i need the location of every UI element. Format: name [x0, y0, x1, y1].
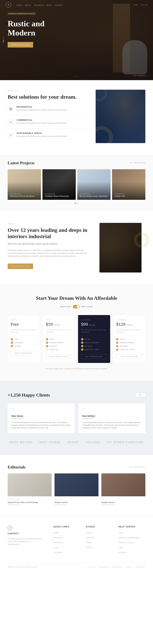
- plan-btn-free[interactable]: GET STARTED NOW: [11, 351, 37, 356]
- testimonials-nav: ‹ ›: [135, 393, 145, 397]
- project-card-4[interactable]: COMMERCIAL Sample Villa: [112, 169, 145, 200]
- all-projects-link[interactable]: ALL PROJECTS: [129, 162, 145, 164]
- footer-studio-link-press[interactable]: PRESS: [86, 542, 92, 544]
- hero-cta-button[interactable]: MORE ABOUT US: [8, 42, 33, 48]
- nav-link-contact[interactable]: CONTACT: [55, 4, 63, 6]
- feature-icon-free-2: ✓: [11, 342, 13, 344]
- nav-links: HOME ABOUT PROJECTS BLOG CONTACT: [17, 3, 63, 6]
- pricing-toggle-switch[interactable]: [73, 305, 80, 308]
- nav-link-blog[interactable]: BLOG: [47, 4, 52, 6]
- nav-login[interactable]: LOG IN: [141, 4, 147, 6]
- project-info-4: COMMERCIAL Sample Villa: [114, 193, 143, 197]
- footer-bottom: NORDIC-STUDIO © 2022 | WEBTTHEMES TWITTE…: [8, 563, 145, 568]
- feature-icon-free-1: ✓: [11, 338, 13, 340]
- testimonials-next-button[interactable]: ›: [141, 393, 145, 397]
- feature-icon-pro-4: ✓: [46, 348, 48, 351]
- feature-text-pro-1: 5 User: [49, 338, 54, 340]
- footer-social-instagram[interactable]: INSTAGRAM: [111, 566, 122, 568]
- plan-desc-advance: Free with 14 days trial. then you can ch…: [81, 329, 107, 333]
- nav-faq[interactable]: FAQ: [134, 4, 138, 6]
- partner-logo-3: CRANIT: [67, 441, 79, 444]
- hero-brand-subtitle: NORDIC INTERIOR STUDIO: [8, 12, 36, 15]
- footer-link-blog[interactable]: BLOG: [54, 547, 59, 548]
- feature-icon-free-3: ✓: [11, 345, 13, 347]
- project-name-4: Sample Villa: [114, 195, 143, 197]
- projects-title: Latest Projects: [8, 160, 35, 166]
- pricing-toggle: Billed Monthly Billed Annually: [8, 305, 145, 308]
- footer-social-facebook[interactable]: FACEBOOK: [98, 566, 108, 568]
- editorial-card-3[interactable]: DESIGN Sample Articles PUBLISHED TODAY: [101, 474, 145, 506]
- plan-feature-pro-2: ✓ Unlimited Dashboard: [46, 342, 72, 344]
- footer-link-projects[interactable]: PROJECTS: [54, 542, 64, 544]
- plan-btn-pro[interactable]: GET STARTED NOW: [46, 354, 72, 359]
- project-card-2[interactable]: RESIDENTIAL Chobham Manor Masterplan: [43, 169, 76, 200]
- testimonial-role-2: Creative Director: [82, 418, 141, 419]
- project-type-2: RESIDENTIAL: [45, 193, 73, 195]
- hero-dot-3[interactable]: [3, 41, 4, 42]
- footer-help-link-privacy[interactable]: PRIVACY POLICY: [119, 542, 134, 544]
- hero-dot-4[interactable]: [3, 42, 4, 44]
- footer-help-column: Help Center FAQ TERMS & CONDITIONS PRIVA…: [119, 526, 145, 556]
- testimonial-quote-icon-2: ": [82, 407, 141, 414]
- editorial-card-1[interactable]: ARCHITECTURE Inspired From China in Web …: [8, 474, 52, 506]
- service-icon-sustainable: ↺: [8, 132, 14, 138]
- footer-help-link-help[interactable]: HELP: [119, 547, 123, 548]
- footer-link-home[interactable]: HOME: [54, 532, 59, 534]
- footer-phone: 0001-0001-001: [8, 543, 48, 546]
- feature-text-advance-3: 50 Projects: [85, 345, 92, 347]
- testimonials-section: +1,250 Happy Clients ‹ › " Bobo Hanley L…: [0, 381, 153, 455]
- plan-feature-ultimate-3: ✓ 100 Projects: [116, 345, 142, 347]
- footer-studio-column: Studio ABOUT CONTACT PRESS RETAIL: [86, 526, 113, 556]
- about-text: Founded by Ibrahim Shommy in 2008, we're…: [8, 249, 90, 258]
- nav-right: FAQ LOG IN: [134, 4, 147, 6]
- plan-feature-ultimate-2: ✓ Unlimited Dashboard: [116, 342, 142, 344]
- hero-heading: Rustic and Modern: [8, 19, 45, 38]
- project-card-3[interactable]: RESIDENTIAL Brossia Heigh Luxury Apartme…: [77, 169, 110, 200]
- footer-help-link-terms[interactable]: TERMS & CONDITIONS: [119, 537, 139, 539]
- editorial-image-3: [101, 474, 145, 496]
- footer-studio-link-contact[interactable]: CONTACT: [86, 537, 95, 539]
- service-name-commercial: COMMERCIAL: [17, 119, 67, 121]
- hero-section: R HOME ABOUT PROJECTS BLOG CONTACT FAQ L…: [0, 0, 153, 80]
- hero-dot-2[interactable]: [3, 39, 4, 40]
- footer-social-tumblr[interactable]: TUMBLR: [125, 566, 132, 568]
- nav-link-home[interactable]: HOME: [17, 4, 22, 6]
- testimonials-prev-button[interactable]: ‹: [135, 393, 140, 397]
- footer-social-pinterest[interactable]: PINTEREST: [135, 566, 145, 568]
- editorial-date-2: PUBLISHED TODAY: [55, 504, 98, 506]
- project-card-1[interactable]: RESIDENTIAL Innovation Private Residence: [8, 169, 41, 200]
- footer-studio-link-retail[interactable]: RETAIL: [86, 547, 93, 548]
- pricing-contact-link[interactable]: Contact us: [64, 368, 72, 370]
- all-articles-link[interactable]: ALL ARTICLES: [130, 466, 145, 468]
- feature-icon-pro-3: ✓: [46, 345, 48, 347]
- nav-link-about[interactable]: ABOUT: [25, 4, 31, 6]
- plan-btn-ultimate[interactable]: GET STARTED NOW: [116, 354, 142, 359]
- footer-social-twitter[interactable]: TWITTER: [87, 566, 96, 568]
- footer-link-services[interactable]: SERVICES: [54, 537, 63, 539]
- feature-text-ultimate-4: Custom CSS + HTML: [119, 348, 134, 350]
- nav-link-projects[interactable]: PROJECTS: [34, 4, 44, 6]
- hero-contact: Contact: hello@studio.co: [132, 75, 147, 76]
- feature-text-pro-2: Unlimited Dashboard: [49, 342, 64, 344]
- about-cta-button[interactable]: MORE ABOUT US: [8, 264, 33, 269]
- feature-icon-advance-4: ✓: [81, 348, 83, 351]
- footer-link-gallery[interactable]: GALLERY: [54, 552, 62, 554]
- project-name-2: Chobham Manor Masterplan: [45, 195, 73, 197]
- nav-logo[interactable]: R: [6, 2, 11, 8]
- testimonials-title: +1,250 Happy Clients: [8, 392, 50, 398]
- service-desc-sustainable: We provide all residential, decor, studi…: [17, 135, 67, 138]
- hero-dot-1[interactable]: [3, 37, 4, 38]
- footer-help-link-faq[interactable]: FAQ: [119, 532, 122, 534]
- footer-grid: R Contact 17 PINECLOUD ROAD, CORNER GROV…: [8, 526, 145, 556]
- projects-nav-dot-2[interactable]: [77, 203, 78, 204]
- feature-text-advance-1: 20 Users: [85, 338, 91, 340]
- feature-icon-ultimate-4: ✓: [116, 348, 118, 351]
- footer-help-link-refund[interactable]: REFUND: [119, 552, 126, 554]
- plan-feature-advance-1: ✓ 20 Users: [81, 338, 107, 340]
- plan-btn-advance[interactable]: GET STARTED NOW: [81, 354, 107, 359]
- footer-studio-link-about[interactable]: ABOUT: [86, 532, 93, 534]
- feature-text-free-2: 1 Dashboard: [14, 342, 23, 344]
- editorial-card-2[interactable]: INTERIOR Sample Articles PUBLISHED TODAY: [55, 474, 98, 506]
- plan-feature-advance-2: ✓ Unlimited Dashboard: [81, 342, 107, 344]
- projects-nav-dot-1[interactable]: [75, 203, 76, 204]
